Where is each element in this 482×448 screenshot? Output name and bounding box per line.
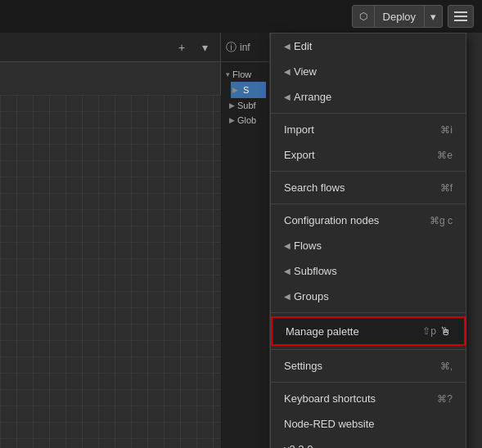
deploy-node-icon: ⬡ [359,11,367,22]
grid-canvas [0,95,221,448]
submenu-arrow-icon: ◀ [284,267,291,276]
panel-tabs: ⓘ inf [221,33,269,62]
hamburger-menu-button[interactable] [448,5,474,28]
chevron-down-icon: ▾ [430,11,436,23]
menu-item-label: Groups [294,290,453,302]
menu-item-view[interactable]: ◀View [271,59,466,84]
tree-item-label: Subf [237,101,256,110]
menu-item-settings[interactable]: Settings⌘, [271,353,466,379]
menu-item-manage-palette[interactable]: Manage palette⇧p🖱 [271,316,466,346]
add-button[interactable]: + [173,38,191,56]
menu-item-label: Keyboard shortcuts [284,392,437,405]
expand-icon: ▾ [226,70,230,78]
tree-item-global[interactable]: ▶ Glob [227,113,266,128]
menu-item-label: v2.2.0 [284,443,453,448]
deploy-dropdown-arrow[interactable]: ▾ [424,6,442,27]
deploy-icon-part: ⬡ [353,6,375,27]
menu-item-label: Settings [284,360,440,372]
menu-item-label: Node-RED website [284,418,453,430]
tree-item-flows[interactable]: ▾ Flow [224,67,266,82]
expand-icon: ▶ [229,101,235,110]
deploy-button-group[interactable]: ⬡ Deploy ▾ [352,5,443,28]
menu-divider [271,171,466,172]
submenu-arrow-icon: ◀ [284,241,291,250]
left-sidebar: + ▾ [0,33,221,448]
submenu-arrow-icon: ◀ [284,42,291,51]
menu-item-label: Export [284,149,437,161]
menu-item-shortcut: ⌘i [440,124,453,136]
hamburger-icon [454,11,467,21]
tree-item-label: Glob [237,115,256,125]
menu-item-export[interactable]: Export⌘e [271,142,466,168]
canvas-area[interactable] [0,95,221,448]
menu-item-subflows[interactable]: ◀Subflows [271,258,466,284]
chevron-down-icon: ▾ [202,41,208,54]
menu-item-shortcut: ⌘g c [430,215,453,226]
plus-icon: + [178,41,185,54]
menu-item-shortcut: ⌘e [437,150,453,161]
menu-item-label: Configuration nodes [284,214,430,226]
menu-item-shortcut: ⌘f [440,182,453,194]
menu-item-label: Search flows [284,181,440,194]
menu-item-label: Import [284,123,440,136]
menu-item-label: Subflows [294,265,453,277]
info-panel: ⓘ inf ▾ Flow ▶ S ▶ Subf ▶ Glob [221,33,270,448]
submenu-arrow-icon: ◀ [284,292,291,301]
menu-item-shortcut: ⇧p [422,325,436,337]
menu-divider [271,312,466,313]
menu-item-label: View [294,65,453,78]
menu-item-version[interactable]: v2.2.0 [271,437,466,448]
menu-item-shortcut: ⌘? [437,393,453,405]
menu-item-groups[interactable]: ◀Groups [271,284,466,309]
menu-item-import[interactable]: Import⌘i [271,117,466,142]
menu-divider [271,204,466,204]
tree-item-subflows[interactable]: ▶ Subf [227,98,266,113]
menu-item-shortcut: ⌘, [440,361,453,372]
menu-item-node-red-website[interactable]: Node-RED website [271,411,466,437]
header: ⬡ Deploy ▾ [0,0,482,33]
menu-item-label: Edit [294,40,453,52]
menu-item-label: Arrange [294,91,453,103]
menu-divider [271,382,466,383]
menu-item-label: Manage palette [286,325,422,338]
menu-item-search-flows[interactable]: Search flows⌘f [271,175,466,200]
menu-divider [271,349,466,350]
tree-item-label: Flow [232,69,251,79]
tree-item-label: S [241,84,251,96]
menu-item-config-nodes[interactable]: Configuration nodes⌘g c [271,208,466,233]
submenu-arrow-icon: ◀ [284,92,291,101]
cursor-icon: 🖱 [439,325,451,338]
tree-item-flow-s[interactable]: ▶ S [231,82,266,98]
menu-item-label: Flows [294,240,453,252]
expand-icon: ▶ [229,116,235,124]
sidebar-toolbar: + ▾ [0,33,220,62]
submenu-arrow-icon: ◀ [284,67,291,76]
deploy-label[interactable]: Deploy [375,6,424,27]
menu-item-arrange[interactable]: ◀Arrange [271,84,466,110]
menu-item-keyboard-shortcuts[interactable]: Keyboard shortcuts⌘? [271,386,466,411]
dropdown-menu: ◀Edit◀View◀ArrangeImport⌘iExport⌘eSearch… [270,33,466,448]
expand-icon: ▶ [232,86,238,94]
info-label: inf [240,42,250,53]
flows-tree: ▾ Flow ▶ S ▶ Subf ▶ Glob [221,62,269,132]
sidebar-dropdown-button[interactable]: ▾ [196,38,214,56]
menu-item-edit[interactable]: ◀Edit [271,34,466,59]
info-icon: ⓘ [226,40,236,55]
menu-item-flows[interactable]: ◀Flows [271,233,466,258]
menu-divider [271,113,466,114]
